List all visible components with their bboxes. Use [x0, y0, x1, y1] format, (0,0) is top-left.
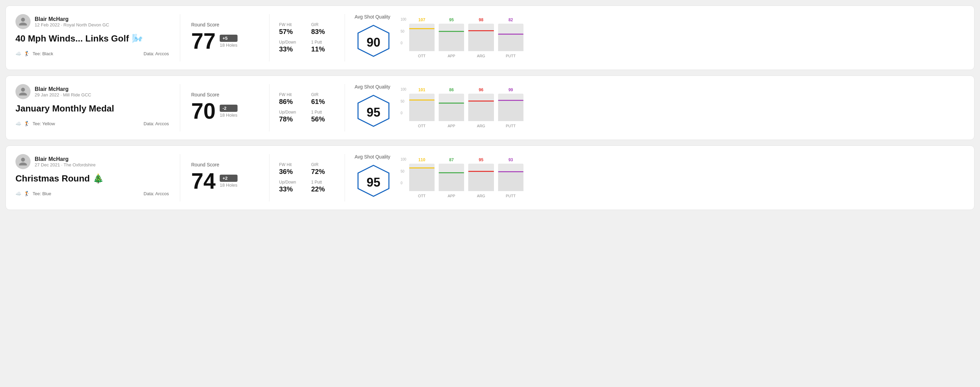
- title-emoji: 🎄: [93, 173, 103, 184]
- bar-col-app: 87 APP: [439, 157, 464, 198]
- score-details: +5 18 Holes: [220, 35, 237, 48]
- gir-label: GIR: [311, 22, 336, 27]
- quality-label: Avg Shot Quality: [355, 84, 390, 90]
- gir-label: GIR: [311, 162, 336, 167]
- user-date: 27 Dec 2021 · The Oxfordshire: [35, 162, 96, 167]
- hex-score: 95: [367, 105, 380, 120]
- round-title: Christmas Round 🎄: [16, 173, 169, 184]
- tee-info: ☁️ 🏌️ Tee: Yellow: [16, 121, 55, 126]
- stats-grid: FW Hit 36% GIR 72% Up/Down 33% 1 Putt 22…: [279, 162, 335, 193]
- bar-col-ott: 101 OTT: [409, 87, 434, 128]
- stats-section: FW Hit 86% GIR 61% Up/Down 78% 1 Putt 56…: [269, 84, 345, 132]
- bottom-meta: ☁️ 🏌️ Tee: Yellow Data: Arccos: [16, 121, 169, 126]
- hexagon: 95: [355, 94, 392, 132]
- golf-icon: 🏌️: [24, 51, 30, 56]
- round-score-label: Round Score: [191, 162, 258, 167]
- user-info: Blair McHarg 12 Feb 2022 · Royal North D…: [16, 14, 169, 29]
- score-number: 77: [191, 30, 216, 52]
- score-row: 70 -2 18 Holes: [191, 100, 258, 122]
- bottom-meta: ☁️ 🏌️ Tee: Black Data: Arccos: [16, 51, 169, 56]
- holes-label: 18 Holes: [220, 43, 237, 48]
- score-details: +2 18 Holes: [220, 174, 237, 188]
- fw-hit-stat: FW Hit 57%: [279, 22, 303, 36]
- oneputt-value: 22%: [311, 185, 336, 193]
- score-number: 70: [191, 100, 216, 122]
- tee-label: Tee: Blue: [33, 191, 51, 196]
- bar-col-app: 95 APP: [439, 17, 464, 58]
- user-meta: Blair McHarg 27 Dec 2021 · The Oxfordshi…: [35, 156, 96, 167]
- weather-icon: ☁️: [16, 121, 21, 126]
- user-name: Blair McHarg: [35, 16, 109, 22]
- round-score-label: Round Score: [191, 92, 258, 97]
- bar-chart: 100 50 0 107 OTT 95 APP 98 ARG: [401, 17, 523, 58]
- oneputt-value: 11%: [311, 45, 336, 53]
- weather-icon: ☁️: [16, 51, 21, 56]
- oneputt-label: 1 Putt: [311, 40, 336, 44]
- score-number: 74: [191, 170, 216, 192]
- stats-section: FW Hit 57% GIR 83% Up/Down 33% 1 Putt 11…: [269, 14, 345, 62]
- bar-col-arg: 95 ARG: [468, 157, 493, 198]
- round-left-section: Blair McHarg 29 Jan 2022 · Mill Ride GCC…: [16, 84, 180, 132]
- user-meta: Blair McHarg 29 Jan 2022 · Mill Ride GCC: [35, 86, 91, 97]
- oneputt-label: 1 Putt: [311, 180, 336, 185]
- quality-hex-area: Avg Shot Quality 90: [355, 14, 392, 62]
- oneputt-label: 1 Putt: [311, 110, 336, 114]
- bar-col-putt: 82 PUTT: [498, 17, 523, 58]
- title-emoji: 🌬️: [132, 33, 143, 44]
- quality-hex-area: Avg Shot Quality 95: [355, 154, 392, 201]
- bar-col-putt: 99 PUTT: [498, 87, 523, 128]
- updown-stat: Up/Down 33%: [279, 40, 303, 53]
- weather-icon: ☁️: [16, 191, 21, 196]
- quality-section: Avg Shot Quality 90 100 50 0 107 OTT 95: [345, 14, 523, 62]
- bottom-meta: ☁️ 🏌️ Tee: Blue Data: Arccos: [16, 191, 169, 196]
- quality-label: Avg Shot Quality: [355, 14, 390, 19]
- updown-stat: Up/Down 78%: [279, 110, 303, 123]
- avatar: [16, 84, 30, 99]
- updown-label: Up/Down: [279, 40, 303, 44]
- score-row: 77 +5 18 Holes: [191, 30, 258, 52]
- oneputt-stat: 1 Putt 11%: [311, 40, 336, 53]
- quality-section: Avg Shot Quality 95 100 50 0 110 OTT 87: [345, 154, 523, 201]
- data-source: Data: Arccos: [143, 51, 169, 56]
- round-left-section: Blair McHarg 27 Dec 2021 · The Oxfordshi…: [16, 154, 180, 201]
- round-card-round1: Blair McHarg 12 Feb 2022 · Royal North D…: [5, 5, 975, 70]
- score-badge: +2: [220, 174, 237, 182]
- user-info: Blair McHarg 27 Dec 2021 · The Oxfordshi…: [16, 154, 169, 169]
- score-details: -2 18 Holes: [220, 105, 237, 118]
- oneputt-stat: 1 Putt 56%: [311, 110, 336, 123]
- score-badge: +5: [220, 35, 237, 42]
- bar-col-arg: 98 ARG: [468, 17, 493, 58]
- round-score-section: Round Score 74 +2 18 Holes: [180, 154, 269, 201]
- quality-hex-area: Avg Shot Quality 95: [355, 84, 392, 132]
- tee-label: Tee: Black: [33, 51, 53, 56]
- fw-hit-label: FW Hit: [279, 92, 303, 97]
- round-score-section: Round Score 70 -2 18 Holes: [180, 84, 269, 132]
- fw-hit-label: FW Hit: [279, 22, 303, 27]
- golf-icon: 🏌️: [24, 121, 30, 126]
- updown-value: 33%: [279, 45, 303, 53]
- round-card-round2: Blair McHarg 29 Jan 2022 · Mill Ride GCC…: [5, 76, 975, 140]
- bar-col-ott: 110 OTT: [409, 157, 434, 198]
- bar-col-putt: 93 PUTT: [498, 157, 523, 198]
- bar-col-app: 86 APP: [439, 87, 464, 128]
- data-source: Data: Arccos: [143, 121, 169, 126]
- bar-col-arg: 96 ARG: [468, 87, 493, 128]
- stats-grid: FW Hit 86% GIR 61% Up/Down 78% 1 Putt 56…: [279, 92, 335, 123]
- round-card-round3: Blair McHarg 27 Dec 2021 · The Oxfordshi…: [5, 146, 975, 210]
- round-title: January Monthly Medal: [16, 103, 169, 114]
- gir-stat: GIR 72%: [311, 162, 336, 176]
- hex-score: 90: [367, 35, 380, 50]
- fw-hit-label: FW Hit: [279, 162, 303, 167]
- updown-value: 78%: [279, 115, 303, 123]
- quality-label: Avg Shot Quality: [355, 154, 390, 160]
- round-score-label: Round Score: [191, 22, 258, 27]
- avatar: [16, 154, 30, 169]
- gir-value: 72%: [311, 168, 336, 176]
- score-badge: -2: [220, 105, 237, 112]
- score-row: 74 +2 18 Holes: [191, 170, 258, 192]
- user-name: Blair McHarg: [35, 86, 91, 92]
- updown-stat: Up/Down 33%: [279, 180, 303, 193]
- gir-value: 83%: [311, 28, 336, 36]
- user-meta: Blair McHarg 12 Feb 2022 · Royal North D…: [35, 16, 109, 27]
- gir-label: GIR: [311, 92, 336, 97]
